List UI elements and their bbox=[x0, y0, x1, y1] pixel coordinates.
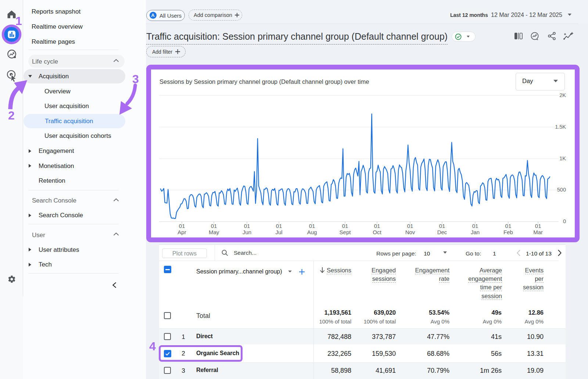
svg-text:Feb: Feb bbox=[503, 229, 513, 235]
svg-text:01: 01 bbox=[472, 223, 478, 229]
svg-text:01: 01 bbox=[505, 223, 512, 229]
svg-text:01: 01 bbox=[342, 223, 348, 229]
svg-text:1.5K: 1.5K bbox=[555, 124, 566, 130]
svg-text:Aug: Aug bbox=[307, 229, 317, 235]
svg-text:01: 01 bbox=[244, 223, 250, 229]
svg-text:01: 01 bbox=[535, 223, 541, 229]
svg-text:01: 01 bbox=[276, 223, 282, 229]
svg-text:4: 4 bbox=[149, 340, 156, 353]
svg-text:01: 01 bbox=[309, 223, 315, 229]
svg-text:01: 01 bbox=[374, 223, 380, 229]
svg-text:Dec: Dec bbox=[437, 229, 447, 235]
svg-text:500: 500 bbox=[557, 187, 566, 193]
svg-text:Jul: Jul bbox=[276, 229, 283, 235]
svg-text:01: 01 bbox=[439, 223, 445, 229]
svg-text:01: 01 bbox=[211, 223, 217, 229]
svg-text:0: 0 bbox=[563, 218, 566, 224]
svg-text:Sept: Sept bbox=[340, 229, 351, 235]
svg-text:May: May bbox=[209, 229, 219, 235]
svg-text:01: 01 bbox=[407, 223, 413, 229]
svg-text:Oct: Oct bbox=[373, 229, 381, 235]
svg-text:Jan: Jan bbox=[471, 229, 480, 235]
svg-text:Jun: Jun bbox=[243, 229, 251, 235]
svg-text:2K: 2K bbox=[559, 92, 566, 98]
svg-text:Mar: Mar bbox=[533, 229, 543, 235]
svg-text:Nov: Nov bbox=[405, 229, 415, 235]
svg-text:01: 01 bbox=[179, 223, 185, 229]
svg-text:Apr: Apr bbox=[178, 229, 186, 235]
svg-text:1K: 1K bbox=[559, 155, 566, 161]
